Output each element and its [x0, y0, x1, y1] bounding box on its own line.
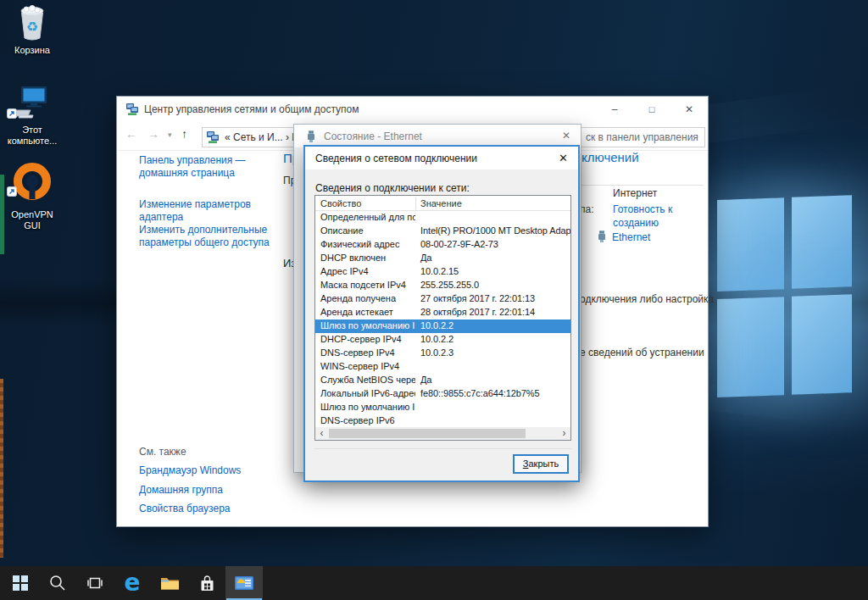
row-property: Адрес IPv4 — [320, 266, 415, 276]
ethernet-icon — [597, 230, 607, 247]
table-row[interactable]: Служба NetBIOS через...Да — [315, 374, 570, 387]
row-property: Служба NetBIOS через... — [320, 375, 415, 385]
table-row[interactable]: WINS-сервер IPv4 — [315, 360, 570, 374]
search-icon — [49, 575, 66, 592]
recycle-symbol-icon: ♻ — [26, 19, 38, 35]
ethernet-connection-link[interactable]: Ethernet — [612, 231, 650, 243]
row-property: Аренда получена — [320, 293, 415, 303]
table-row[interactable]: DNS-сервер IPv6 — [315, 414, 570, 428]
column-header-value: Значение — [420, 198, 462, 208]
row-property: Определенный для по... — [320, 212, 415, 222]
details-list-label: Сведения о подключении к сети: — [315, 182, 470, 194]
desktop-icon-this-pc[interactable]: Этот компьюте... — [2, 85, 63, 147]
store-button[interactable] — [188, 566, 225, 600]
minimize-button[interactable]: – — [596, 97, 633, 122]
row-value: Intel(R) PRO/1000 MT Desktop Adapter — [420, 225, 571, 236]
table-row[interactable]: Маска подсети IPv4255.255.255.0 — [315, 279, 570, 292]
edge-button[interactable]: e — [114, 566, 151, 600]
row-value: 10.0.2.2 — [420, 320, 453, 331]
table-row[interactable]: Шлюз по умолчанию IP...10.0.2.2 — [315, 319, 570, 333]
table-row[interactable]: Шлюз по умолчанию IP... — [315, 401, 570, 414]
recent-pages-dropdown[interactable]: ▾ — [168, 131, 172, 139]
table-row[interactable]: Аренда истекает28 октября 2017 г. 22:01:… — [315, 306, 570, 319]
row-property: Физический адрес — [320, 239, 415, 249]
sidebar-item-internet-options[interactable]: Свойства браузера — [139, 503, 292, 515]
close-button[interactable]: ✕ — [670, 97, 708, 122]
horizontal-scrollbar[interactable]: ‹ › — [315, 427, 570, 440]
page-heading-fragment-right: ключений — [581, 150, 639, 164]
sidebar-item-control-panel-home[interactable]: Панель управления — домашняя страница — [139, 154, 292, 180]
row-value: 255.255.255.0 — [420, 280, 479, 290]
task-view-button[interactable] — [76, 566, 114, 600]
access-type-value: Интернет — [613, 187, 657, 199]
close-button[interactable]: ✕ — [562, 130, 570, 142]
see-also-header: См. также — [139, 446, 186, 458]
row-property: DHCP включен — [320, 253, 415, 263]
edge-icon: e — [125, 571, 141, 595]
taskbar: e — [0, 566, 868, 600]
sidebar-item-windows-firewall[interactable]: Брандмауэр Windows — [139, 464, 292, 477]
table-row[interactable]: Локальный IPv6-адрес...fe80::9855:c7c:a6… — [315, 387, 570, 401]
table-row[interactable]: Аренда получена27 октября 2017 г. 22:01:… — [315, 292, 570, 306]
table-row[interactable]: Физический адрес08-00-27-9F-A2-73 — [315, 238, 570, 252]
column-divider — [415, 197, 416, 209]
row-property: Локальный IPv6-адрес... — [320, 388, 415, 398]
scroll-left-arrow[interactable]: ‹ — [315, 427, 328, 440]
close-button[interactable]: ✕ — [559, 152, 568, 164]
list-rows: Определенный для по...ОписаниеIntel(R) P… — [315, 211, 570, 428]
forward-button[interactable]: → — [147, 127, 159, 141]
taskbar-search-button[interactable] — [39, 566, 76, 600]
up-button[interactable]: ↑ — [181, 127, 187, 141]
sidebar-item-advanced-sharing-settings[interactable]: Изменить дополнительные параметры общего… — [139, 224, 292, 249]
taskbar-network-center-button-active[interactable] — [225, 566, 263, 600]
computer-icon — [13, 85, 52, 122]
close-dialog-button[interactable]: Закрыть — [513, 454, 569, 474]
row-value: fe80::9855:c7c:a644:12b7%5 — [420, 388, 540, 398]
connection-details-list: Свойство Значение Определенный для по...… — [314, 195, 571, 441]
back-button[interactable]: ← — [125, 127, 137, 141]
store-icon — [199, 575, 215, 592]
task-view-icon — [86, 575, 103, 592]
table-row[interactable]: DHCP включенДа — [315, 252, 570, 265]
dialog-title: Сведения о сетевом подключении — [315, 153, 477, 164]
maximize-button[interactable]: □ — [633, 97, 670, 122]
row-property: Аренда истекает — [320, 307, 415, 317]
homegroup-status-link[interactable]: Готовность к созданию — [613, 203, 698, 230]
scrollbar-thumb[interactable] — [329, 429, 526, 438]
row-value: 10.0.2.3 — [420, 347, 453, 358]
ethernet-icon — [306, 130, 316, 147]
file-explorer-button[interactable] — [151, 566, 188, 600]
window-title: Центр управления сетями и общим доступом — [144, 103, 359, 115]
sidebar-item-homegroup[interactable]: Домашняя группа — [139, 484, 292, 497]
row-property: DHCP-сервер IPv4 — [320, 334, 415, 344]
network-connection-details-dialog: Сведения о сетевом подключении ✕ Сведени… — [303, 145, 580, 482]
desktop-icon-recycle-bin[interactable]: ♻ Корзина — [2, 5, 63, 56]
table-row[interactable]: Адрес IPv410.0.2.15 — [315, 265, 570, 279]
shortcut-arrow-icon — [7, 186, 17, 197]
table-row[interactable]: DHCP-сервер IPv410.0.2.2 — [315, 333, 570, 347]
divider — [314, 448, 571, 449]
search-input[interactable]: ск в панели управления — [580, 127, 705, 147]
shortcut-arrow-icon — [7, 108, 17, 119]
desktop-icon-label: OpenVPN GUI — [2, 209, 63, 231]
network-center-icon — [206, 131, 220, 144]
search-placeholder-fragment: ск в панели управления — [586, 131, 698, 143]
row-value: 27 октября 2017 г. 22:01:13 — [420, 293, 535, 303]
row-property: Маска подсети IPv4 — [320, 280, 415, 290]
row-value: 08-00-27-9F-A2-73 — [420, 239, 498, 249]
table-row[interactable]: ОписаниеIntel(R) PRO/1000 MT Desktop Ada… — [315, 225, 570, 238]
desktop-icon-openvpn[interactable]: OpenVPN GUI — [2, 159, 63, 231]
homegroup-label-fragment: па: — [580, 203, 594, 215]
sidebar-item-change-adapter-settings[interactable]: Изменение параметров адаптера — [139, 198, 292, 224]
scroll-right-arrow[interactable]: › — [558, 427, 570, 440]
table-row[interactable]: DNS-сервер IPv410.0.2.3 — [315, 347, 570, 360]
network-center-icon — [125, 103, 139, 119]
table-row[interactable]: Определенный для по... — [315, 211, 570, 225]
setup-connection-fragment: одключения либо настройка — [580, 293, 714, 305]
start-button[interactable] — [2, 566, 39, 600]
desktop-icon-label: Корзина — [2, 45, 63, 56]
status-window-title: Состояние - Ethernet — [324, 131, 422, 142]
row-property: Описание — [320, 225, 415, 236]
column-header-property: Свойство — [320, 198, 361, 208]
folder-icon — [160, 575, 180, 591]
